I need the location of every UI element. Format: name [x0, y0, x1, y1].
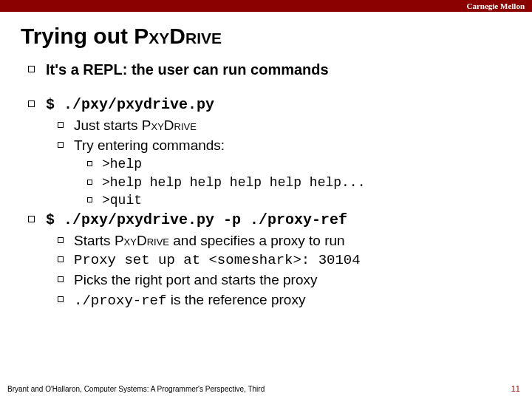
header-bar: Carnegie Mellon [0, 0, 532, 12]
slide-title: Trying out PxyDrive [21, 24, 511, 49]
cmd2-starts-suffix: and specifies a proxy to run [169, 233, 345, 248]
bullet-list: It's a REPL: the user can run commands $… [21, 61, 511, 310]
footer-attribution: Bryant and O'Hallaron, Computer Systems:… [7, 385, 265, 393]
bullet-cmd1: $ ./pxy/pxydrive.py [21, 95, 511, 114]
cmd2-ref-suffix: is the reference proxy [166, 292, 305, 307]
title-brand: PxyDrive [134, 24, 222, 48]
cmd2-starts-brand: PxyDrive [115, 233, 169, 248]
bullet-cmd2-starts: Starts PxyDrive and specifies a proxy to… [21, 232, 511, 250]
bullet-cmd1-help: >help [21, 156, 511, 173]
footer-page-number: 11 [511, 384, 520, 393]
bullet-cmd1-try: Try entering commands: [21, 137, 511, 155]
cmd1-starts-prefix: Just starts [74, 117, 142, 133]
header-org: Carnegie Mellon [466, 0, 525, 12]
bullet-repl: It's a REPL: the user can run commands [21, 61, 511, 79]
bullet-cmd2: $ ./pxy/pxydrive.py -p ./proxy-ref [21, 211, 511, 229]
cmd2-ref-code: ./proxy-ref [74, 293, 166, 309]
bullet-cmd1-quit: >quit [21, 192, 511, 209]
bullet-cmd2-ref: ./proxy-ref is the reference proxy [21, 291, 511, 310]
bullet-cmd2-picks: Picks the right port and starts the prox… [21, 271, 511, 290]
bullet-cmd1-starts: Just starts PxyDrive [21, 117, 511, 135]
bullet-cmd1-helpmany: >help help help help help help... [21, 174, 511, 191]
bullet-cmd2-setup: Proxy set up at <someshark>: 30104 [21, 251, 511, 270]
slide-body: Trying out PxyDrive It's a REPL: the use… [0, 12, 532, 310]
cmd2-starts-prefix: Starts [74, 233, 115, 248]
title-prefix: Trying out [21, 24, 134, 48]
cmd1-starts-brand: PxyDrive [142, 117, 197, 133]
